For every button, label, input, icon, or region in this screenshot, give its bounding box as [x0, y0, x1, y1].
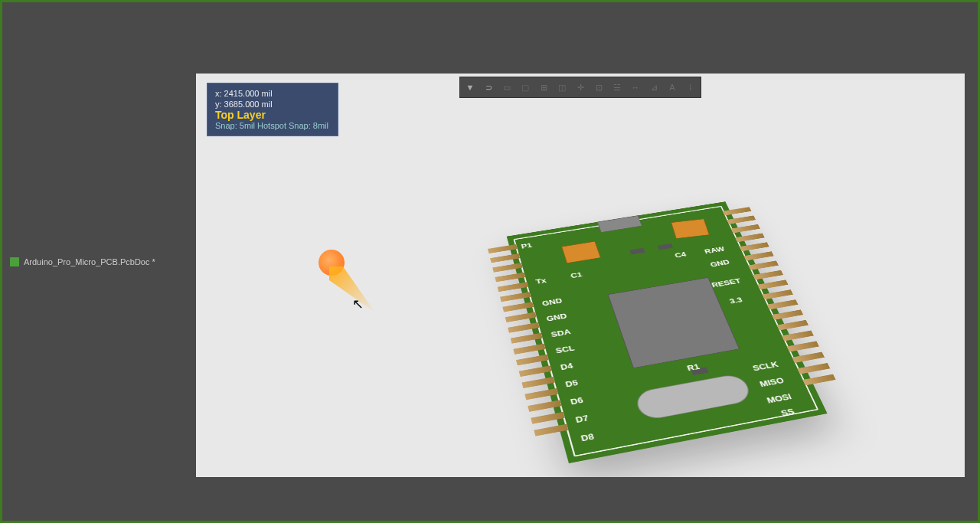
pcb-icon — [10, 257, 19, 266]
hud-layer: Top Layer — [215, 110, 328, 120]
mouse-cursor-icon: ↖ — [352, 296, 364, 312]
pcb-3d-viewport[interactable]: ▼ ⊃ ▭ ▢ ⊞ ◫ ✛ ⊡ ☱ ↔ ⊿ A ⁞ x: 2415.000 mi… — [196, 74, 965, 477]
document-tabs: Home Page [1] Arduino_Pro_Micro_SCH.SchD… — [196, 57, 965, 74]
coordinate-hud: x: 2415.000 mil y: 3685.000 mil Top Laye… — [207, 83, 338, 136]
hud-snap: Snap: 5mil Hotspot Snap: 8mil — [215, 120, 328, 131]
hud-x: x: 2415.000 mil — [215, 88, 328, 99]
annotation-pointer — [303, 248, 357, 302]
hud-y: y: 3685.000 mil — [215, 99, 328, 110]
pcb-3d-scene: P1 Tx C1 C4 RAW GND GND RESET 3.3 GND SD… — [410, 81, 962, 477]
